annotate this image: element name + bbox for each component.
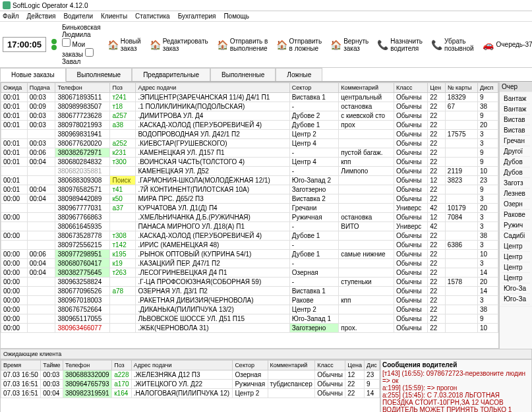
send-exec-button[interactable]: 🏠Отправить в выполнение	[216, 36, 270, 53]
msg-title: Сообщения водителей	[382, 361, 530, 368]
chk-my-orders[interactable]	[62, 38, 71, 47]
menu-drivers[interactable]: Водители	[63, 13, 93, 20]
order-row[interactable]: 380967777031а37КУРЧАТОВА УЛ. Д1(Д) П4Гре…	[1, 204, 498, 213]
col-header[interactable]: Телефон	[55, 83, 110, 93]
menubar: Файл Действия Водители Клиенты Статистик…	[0, 11, 532, 22]
menu-file[interactable]: Файл	[3, 13, 19, 20]
col-header[interactable]: Адрес подачи	[136, 83, 289, 93]
order-row[interactable]: 00:0000:04380680760417к19.КАЗАЦКИЙ ПЕР. …	[1, 259, 498, 268]
sector-item[interactable]: Садибі	[502, 231, 530, 241]
sector-item[interactable]: Дубов	[502, 157, 530, 167]
sector-item[interactable]: Ракове	[502, 210, 530, 220]
order-row[interactable]: 00:0100:03380677723628а257.ДИМИТРОВА УЛ.…	[1, 111, 498, 121]
sector-item[interactable]: Центр	[502, 262, 530, 273]
order-row[interactable]: 00:0100:03380671893511т241.ЭПИЦЕНТР(ЗАРЕ…	[1, 93, 498, 102]
edit-order-button[interactable]: 🏠Редактировать заказ	[148, 36, 210, 53]
order-row[interactable]: 380969831941ВОДОПРОВОДНАЯ УЛ. Д42/1 П2Це…	[1, 130, 498, 139]
tab-preliminary[interactable]: Предварительные	[132, 68, 210, 81]
order-row[interactable]: 00:00380963466077.ЖБК(ЧЕРНОВОЛА 31)Загот…	[1, 324, 498, 333]
order-row[interactable]: 00:00380967018003.РАКЕТНАЯ ДИВИЗИЯ(ЧЕРНО…	[1, 296, 498, 305]
order-row[interactable]: 380682035881КАМЕНЕЦКАЯ УЛ. Д52-ЛимпопоОб…	[1, 167, 498, 176]
sector-item[interactable]: Юго-За	[502, 294, 530, 305]
col-header[interactable]: Подача	[27, 83, 55, 93]
sector-head: Очер	[500, 82, 532, 92]
send-icon: 🏠	[217, 39, 228, 51]
order-row[interactable]: 00:0100:06380382672971к231.КАМЕНЕЦКАЯ УЛ…	[1, 148, 498, 158]
sector-item[interactable]: Центр	[502, 241, 530, 252]
remove-icon: 📞	[431, 39, 442, 51]
false-icon: 🏠	[276, 39, 287, 51]
order-row[interactable]: 00:00380673528778т308.КАСКАД-ХОЛОД (ПЕР.…	[1, 231, 498, 241]
order-row[interactable]: 00:01380688309308Поиск.ГАРМОНИЯ-ШКОЛА(МО…	[1, 176, 498, 185]
order-row[interactable]: 00:00380677096526а78ОЗЕРНАЯ УЛ. Д3/1 П2В…	[1, 287, 498, 296]
order-row[interactable]: 00:00380676752664.ДИКАНЬКА(ПИЛИПЧУКА 13/…	[1, 305, 498, 314]
sector-item[interactable]: Гречан	[502, 136, 530, 146]
tab-completed[interactable]: Выполненные	[210, 68, 276, 81]
chk-all[interactable]	[85, 48, 94, 57]
menu-actions[interactable]: Действия	[27, 13, 56, 20]
waiting-header: Ожидающие клиента	[0, 349, 532, 359]
assign-driver-button[interactable]: 📞Назначить водителя	[376, 36, 425, 53]
tab-false[interactable]: Ложные	[276, 68, 322, 81]
titlebar: SoftLogic Operator 4.12.0	[0, 0, 532, 11]
sector-item[interactable]: Центр	[502, 273, 530, 283]
order-row[interactable]: 00:0000:04380382775645т263.ЛЕСОГРИНЕВЕЦК…	[1, 268, 498, 278]
col-header[interactable]: Комментарий	[339, 83, 394, 93]
sector-item[interactable]: Озерн	[502, 199, 530, 210]
sector-panel: Очер ВантажВантажВиставВиставГречанДруго…	[499, 82, 532, 349]
sector-item[interactable]: Дубов	[502, 167, 530, 178]
order-row[interactable]: 00:0100:04380680284832т300.ВОИНСКАЯ ЧАСТ…	[1, 158, 498, 167]
sector-item[interactable]: Ружич	[502, 220, 530, 231]
operator-info: Биньковская Людмила Мои заказы Завал	[62, 24, 101, 65]
sector-item[interactable]: Вистав	[502, 125, 530, 136]
new-order-button[interactable]: 🏠Новый заказ	[106, 36, 143, 53]
waiting-row[interactable]: 07.03 16:5100:04380982319591к164.НАЛОГОВ…	[1, 389, 380, 398]
order-row[interactable]: 00:00380965117055ЛЬВОВСКОЕ ШОССЕ УЛ. Д51…	[1, 314, 498, 324]
order-row[interactable]: 00:0000:04380989442089к50МИРА ПРС. Д65/2…	[1, 194, 498, 204]
sector-item[interactable]: Вистав	[502, 115, 530, 125]
toolbar: 17:00:05 Биньковская Людмила Мои заказы …	[0, 22, 532, 68]
col-header[interactable]: Класс	[394, 83, 427, 93]
orders-grid[interactable]: ОжидаПодачаТелефонПозАдрес подачиСекторК…	[0, 82, 499, 349]
sector-item[interactable]: Вантаж	[502, 94, 530, 104]
menu-help[interactable]: Помощь	[223, 13, 249, 20]
sector-item[interactable]: Центр	[502, 252, 530, 262]
messages-panel: Сообщения водителей [т143] (16:55): 0978…	[380, 359, 532, 412]
col-header[interactable]: Цен	[428, 83, 446, 93]
order-row[interactable]: 00:0100:04380976582571т41.7Й КОНТИНЕНТ(П…	[1, 185, 498, 194]
order-row[interactable]: 380972556215т142.ИРИС (КАМЕНЕЦКАЯ 48)-Об…	[1, 241, 498, 250]
order-row[interactable]: 00:00380963258824.Г-ЦА ПРОФСОЮЗНАЯ(СОБОР…	[1, 278, 498, 287]
edit-icon: 🏠	[150, 39, 161, 51]
send-false-button[interactable]: 🏠Отправить в ложные	[275, 36, 324, 53]
menu-clients[interactable]: Клиенты	[101, 13, 127, 20]
waiting-row[interactable]: 07.03 16:5000:03380688332009а228.ЖЕЛЕЗНЯ…	[1, 370, 380, 380]
queue-button[interactable]: 🚗Очередь-379	[481, 38, 532, 52]
order-row[interactable]: 00:0100:03380978021993а38.КАСКАД-ХОЛОД (…	[1, 121, 498, 130]
col-header[interactable]: Дисп	[478, 83, 498, 93]
waiting-row[interactable]: 07.03 16:5100:03380964765793а170.ЖИТЕЦКО…	[1, 380, 380, 389]
waiting-grid[interactable]: ВремяТаймеТелефонПозАдрес подачиСекторКо…	[0, 359, 380, 412]
app-title: SoftLogic Operator 4.12.0	[13, 2, 88, 9]
tab-executing[interactable]: Выполняемые	[66, 68, 133, 81]
sector-item[interactable]: Юго-За	[502, 283, 530, 294]
col-header[interactable]: Поз	[110, 83, 136, 93]
menu-stats[interactable]: Статистика	[135, 13, 170, 20]
return-order-button[interactable]: 🏠Вернуть заказ	[329, 36, 370, 53]
col-header[interactable]: Ожида	[1, 83, 28, 93]
menu-accounting[interactable]: Бухгалтерия	[178, 13, 216, 20]
remove-callsign-button[interactable]: 📞Убрать позывной	[430, 36, 476, 53]
tab-new-orders[interactable]: Новые заказы	[0, 68, 66, 82]
order-row[interactable]: 00:0000:06380977298951к195.РЫНОК ОПТОВЫЙ…	[1, 250, 498, 259]
order-row[interactable]: 00:0100:09380989983507т18.1 ПОЛИКЛИНИКА(…	[1, 102, 498, 111]
sector-item[interactable]: Лезнев	[502, 189, 530, 199]
order-row[interactable]: 00:00380967766863.ХМЕЛЬНИЧАНКА Д.Б.(РУЖИ…	[1, 213, 498, 222]
col-header[interactable]: Сектор	[289, 83, 338, 93]
col-header[interactable]: № карты	[445, 83, 477, 93]
sector-item[interactable]: Другої	[502, 146, 530, 157]
time-display: 17:00:05	[3, 37, 46, 52]
sector-item[interactable]: Вантаж	[502, 104, 530, 115]
app-icon	[3, 1, 11, 9]
order-row[interactable]: 380661645935ПАНАСА МИРНОГО УЛ. Д18(А) П1…	[1, 222, 498, 231]
order-row[interactable]: 00:0100:03380677620020а252.КИЕВСТАР(ГРУШ…	[1, 139, 498, 148]
sector-item[interactable]: Заготз	[502, 178, 530, 189]
